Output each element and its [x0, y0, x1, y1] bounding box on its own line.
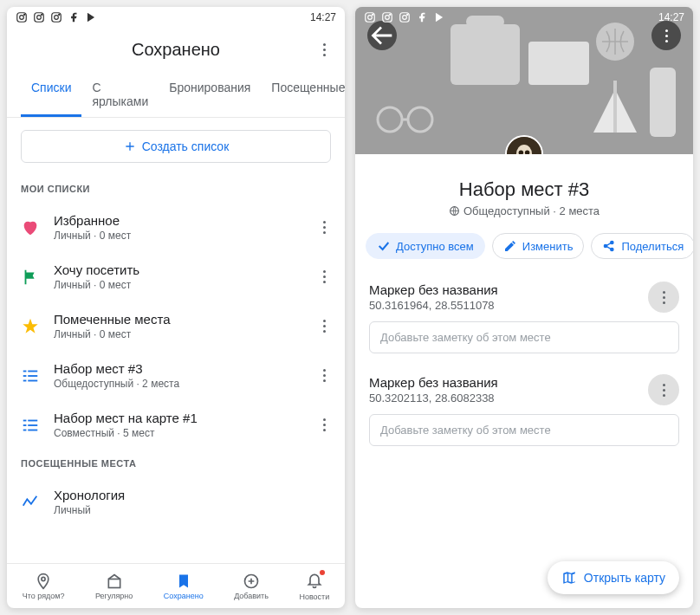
svg-rect-9: [23, 370, 27, 372]
svg-point-8: [59, 14, 60, 15]
note-input[interactable]: Добавьте заметку об этом месте: [369, 414, 679, 446]
instagram-icon: [399, 11, 411, 23]
svg-point-7: [55, 16, 59, 20]
svg-rect-14: [28, 379, 37, 381]
svg-point-2: [24, 14, 25, 15]
instagram-icon: [50, 11, 62, 23]
tab-lists[interactable]: Списки: [21, 72, 81, 117]
list-title: Хронология: [54, 488, 331, 502]
bottom-nav: Что рядом? Регулярно Сохранено Добавить …: [7, 563, 345, 608]
play-icon: [85, 11, 97, 23]
list-item-favorites[interactable]: ИзбранноеЛичный · 0 мест: [7, 203, 345, 252]
nav-label: Что рядом?: [23, 592, 65, 600]
place-more-button[interactable]: [648, 374, 679, 405]
svg-rect-18: [28, 424, 37, 426]
svg-rect-33: [355, 7, 693, 154]
more-icon[interactable]: [317, 43, 331, 56]
more-icon: [659, 29, 673, 42]
pin-icon: [35, 573, 52, 590]
hero-banner: [355, 7, 693, 154]
svg-rect-41: [650, 68, 676, 137]
open-map-button[interactable]: Открыть карту: [548, 561, 679, 594]
share-icon: [602, 239, 616, 253]
status-bar: 14:27: [355, 7, 693, 28]
nav-explore[interactable]: Что рядом?: [23, 573, 65, 600]
svg-point-5: [42, 14, 42, 15]
list-header: Набор мест #3 Общедоступный · 2 места: [355, 154, 693, 226]
svg-point-31: [403, 16, 407, 20]
tab-visited[interactable]: Посещенные: [261, 72, 345, 117]
create-list-button[interactable]: Создать список: [21, 130, 331, 163]
svg-rect-12: [28, 375, 37, 377]
tab-reservations[interactable]: Бронирования: [159, 72, 261, 117]
svg-rect-19: [23, 429, 27, 430]
phone-saved-screen: 14:27 Сохранено Списки С ярлыками Бронир…: [7, 7, 345, 608]
tab-labeled[interactable]: С ярлыками: [81, 72, 159, 117]
svg-rect-16: [28, 419, 37, 421]
header: Сохранено: [7, 28, 345, 72]
place-title: Маркер без названия: [369, 375, 638, 390]
list-sub: Личный · 0 мест: [54, 328, 303, 340]
svg-rect-10: [28, 370, 37, 372]
note-input[interactable]: Добавьте заметку об этом месте: [369, 321, 679, 353]
notification-dot: [320, 570, 325, 575]
chip-share[interactable]: Поделиться: [591, 233, 693, 259]
place-more-button[interactable]: [648, 282, 679, 313]
list-item-starred[interactable]: Помеченные местаЛичный · 0 мест: [7, 301, 345, 351]
list-item-timeline[interactable]: ХронологияЛичный: [7, 477, 345, 527]
travel-illustration: [355, 7, 693, 154]
svg-point-21: [42, 577, 45, 580]
svg-point-28: [386, 16, 390, 20]
list-sub: Личный · 0 мест: [54, 279, 303, 291]
list-title: Хочу посетить: [54, 262, 303, 277]
section-my-lists: МОИ СПИСКИ: [7, 175, 345, 203]
nav-commute[interactable]: Регулярно: [95, 573, 133, 600]
status-time: 14:27: [310, 11, 336, 23]
list-item-want-to-go[interactable]: Хочу посетитьЛичный · 0 мест: [7, 252, 345, 301]
svg-point-25: [368, 16, 373, 20]
svg-rect-22: [108, 579, 120, 587]
list-icon: [21, 416, 40, 435]
item-more-icon[interactable]: [317, 369, 331, 382]
chip-public[interactable]: Доступно всем: [366, 233, 485, 259]
list-meta: Общедоступный · 2 места: [355, 204, 693, 217]
status-time: 14:27: [658, 11, 684, 23]
nav-label: Добавить: [234, 592, 269, 600]
svg-rect-36: [528, 42, 589, 85]
instagram-icon: [16, 11, 28, 23]
facebook-icon: [416, 11, 428, 23]
pencil-icon: [503, 239, 517, 253]
chip-label: Поделиться: [621, 240, 684, 253]
item-more-icon[interactable]: [317, 221, 331, 234]
bookmark-icon: [175, 573, 192, 590]
list-item-set3[interactable]: Набор мест #3Общедоступный · 2 места: [7, 351, 345, 400]
more-icon: [657, 291, 671, 304]
list-name: Набор мест #3: [355, 178, 693, 201]
star-icon: [21, 317, 40, 336]
action-chips: Доступно всем Изменить Поделиться: [355, 226, 693, 271]
nav-label: Сохранено: [164, 592, 204, 600]
svg-rect-17: [23, 424, 27, 426]
page-title: Сохранено: [132, 40, 220, 60]
item-more-icon[interactable]: [317, 320, 331, 333]
chip-edit[interactable]: Изменить: [492, 233, 585, 259]
check-icon: [377, 239, 391, 253]
nav-label: Регулярно: [95, 592, 133, 600]
item-more-icon[interactable]: [317, 270, 331, 283]
facebook-icon: [68, 11, 80, 23]
list-sub: Личный · 0 мест: [54, 230, 303, 242]
list-title: Избранное: [54, 213, 303, 228]
nav-updates[interactable]: Новости: [299, 572, 329, 601]
place-coords: 50.3202113, 28.6082338: [369, 392, 638, 405]
places-scroll[interactable]: Маркер без названия 50.3161964, 28.55110…: [355, 271, 693, 608]
nav-contribute[interactable]: Добавить: [234, 573, 269, 600]
list-item-map1[interactable]: Набор мест на карте #1Совместный · 5 мес…: [7, 400, 345, 450]
list-title: Набор мест на карте #1: [54, 411, 303, 425]
phone-list-detail-screen: 14:27 Набор мест #3: [355, 7, 693, 608]
list-title: Набор мест #3: [54, 361, 303, 376]
item-more-icon[interactable]: [317, 418, 331, 431]
heart-icon: [21, 218, 40, 237]
content-scroll[interactable]: Создать список МОИ СПИСКИ ИзбранноеЛичны…: [7, 118, 345, 563]
chip-label: Изменить: [522, 240, 574, 253]
nav-saved[interactable]: Сохранено: [164, 573, 204, 600]
